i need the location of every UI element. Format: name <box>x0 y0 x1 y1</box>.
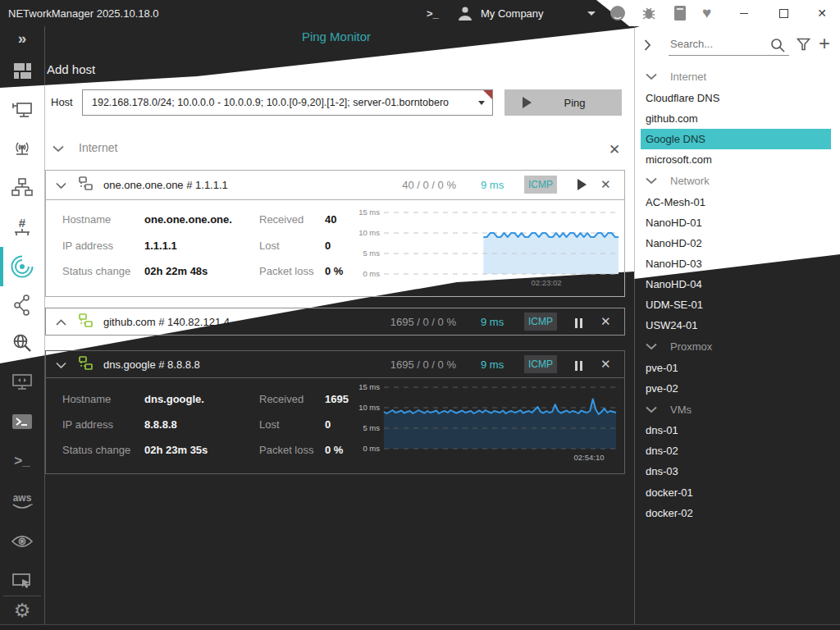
wifi-icon[interactable] <box>0 139 44 159</box>
lost-label: Lost <box>259 418 280 431</box>
network-interface-icon[interactable] <box>0 101 44 120</box>
svg-text:15 ms: 15 ms <box>358 382 380 391</box>
host-status-icon <box>77 313 94 328</box>
github-icon[interactable] <box>609 0 627 26</box>
profile-group-proxmox[interactable]: Proxmox <box>646 336 712 357</box>
host-card-header[interactable]: dns.google # 8.8.8.8 1695 / 0 / 0 % 9 ms… <box>46 351 624 378</box>
pause-ping-button[interactable] <box>575 359 585 374</box>
filter-icon[interactable] <box>797 38 810 52</box>
terminal-prompt-icon[interactable]: >_ <box>0 453 44 469</box>
sidebar-settings-divider <box>3 596 41 596</box>
profile-item[interactable]: NanoHD-04 <box>646 274 834 294</box>
group-close-button[interactable]: ✕ <box>609 141 620 158</box>
svg-text:0 ms: 0 ms <box>363 444 380 453</box>
settings-icon[interactable]: ⚙ <box>0 600 44 622</box>
dns-lookup-icon[interactable] <box>0 333 44 354</box>
page-title: Ping Monitor <box>45 30 628 43</box>
profile-item-selected[interactable]: Google DNS <box>646 129 834 149</box>
search-input[interactable] <box>669 37 780 51</box>
bug-report-icon[interactable] <box>640 0 658 26</box>
combobox-caret-icon[interactable] <box>478 101 485 105</box>
profile-item[interactable]: docker-02 <box>646 503 834 523</box>
maximize-button[interactable] <box>771 0 796 26</box>
hostname-value: one.one.one.one. <box>144 213 232 226</box>
profile-item[interactable]: AC-Mesh-01 <box>646 192 834 212</box>
profile-item[interactable]: dns-02 <box>646 441 834 461</box>
profile-group-network[interactable]: Network <box>646 171 710 191</box>
powershell-icon[interactable] <box>0 413 44 431</box>
received-label: Received <box>259 393 304 405</box>
host-latency: 9 ms <box>481 316 504 328</box>
host-card-header[interactable]: one.one.one.one # 1.1.1.1 40 / 0 / 0 % 9… <box>46 171 624 200</box>
profile-item[interactable]: docker-01 <box>646 482 834 503</box>
svg-text:#: # <box>19 217 26 230</box>
group-label[interactable]: Internet <box>79 141 117 154</box>
profile-item[interactable]: github.com <box>646 108 834 129</box>
expand-sidebar-icon[interactable]: » <box>0 30 44 48</box>
chevron-up-icon[interactable] <box>56 319 66 326</box>
ip-scanner-icon[interactable] <box>0 178 44 198</box>
host-status-icon <box>77 356 94 371</box>
ping-monitor-icon[interactable] <box>0 255 44 278</box>
sponsor-heart-icon[interactable]: ♥ <box>702 0 711 26</box>
profile-person-icon[interactable] <box>456 0 474 26</box>
profile-item[interactable]: microsoft.com <box>646 149 834 170</box>
profile-selector[interactable]: My Company <box>481 0 544 26</box>
remote-desktop-icon[interactable] <box>0 372 44 392</box>
host-stats: 1695 / 0 / 0 % <box>378 358 456 371</box>
latency-chart-dark: 15 ms 10 ms 5 ms 0 ms 02:54:10 <box>358 381 619 464</box>
remove-host-button[interactable]: ✕ <box>600 177 611 192</box>
remove-host-button[interactable]: ✕ <box>600 314 611 329</box>
svg-text:5 ms: 5 ms <box>363 249 380 258</box>
dashboard-icon[interactable] <box>0 62 44 80</box>
group-collapse-chevron[interactable] <box>52 145 64 153</box>
profile-item[interactable]: USW24-01 <box>646 315 834 336</box>
resume-ping-button[interactable] <box>578 179 587 190</box>
pause-ping-button[interactable] <box>575 317 585 331</box>
host-name: one.one.one.one # 1.1.1.1 <box>103 179 228 191</box>
eye-icon[interactable] <box>0 533 44 550</box>
packet-loss-value: 0 % <box>325 265 343 277</box>
chevron-down-icon[interactable] <box>56 182 66 189</box>
collapse-panel-chevron-icon[interactable] <box>644 39 651 51</box>
aws-icon[interactable]: aws <box>0 491 44 512</box>
profile-item[interactable]: UDM-SE-01 <box>646 294 834 315</box>
traceroute-icon[interactable] <box>0 294 44 316</box>
profile-item[interactable]: dns-01 <box>646 420 834 441</box>
ping-button[interactable]: Ping <box>504 89 622 116</box>
add-profile-button[interactable]: + <box>819 32 830 55</box>
host-combobox[interactable] <box>82 89 493 116</box>
profile-item[interactable]: NanoHD-03 <box>646 253 834 274</box>
svg-text:15 ms: 15 ms <box>358 208 380 217</box>
svg-text:5 ms: 5 ms <box>363 423 380 432</box>
profile-item[interactable]: dns-03 <box>646 461 834 482</box>
profile-item[interactable]: NanoHD-02 <box>646 233 834 253</box>
ip-label: IP address <box>62 240 113 252</box>
protocol-badge: ICMP <box>524 176 557 194</box>
profile-item[interactable]: pve-01 <box>646 358 834 378</box>
host-card-header[interactable]: github.com # 140.82.121.4 1695 / 0 / 0 %… <box>46 308 624 336</box>
dropdown-caret-icon[interactable] <box>587 0 596 26</box>
hostname-label: Hostname <box>62 213 111 226</box>
minimize-button[interactable] <box>732 0 756 26</box>
profile-item[interactable]: Cloudflare DNS <box>646 88 834 108</box>
profile-item[interactable]: NanoHD-01 <box>646 212 834 233</box>
svg-text:0 ms: 0 ms <box>363 269 380 278</box>
hostname-value: dns.google. <box>144 393 204 405</box>
search-underline <box>669 55 789 56</box>
host-input[interactable] <box>90 96 471 109</box>
titlebar: NETworkManager 2025.10.18.0 >_ My Compan… <box>0 0 840 26</box>
documentation-icon[interactable] <box>672 0 688 26</box>
profile-item[interactable]: pve-02 <box>646 378 834 399</box>
window-bottom-edge <box>0 625 840 630</box>
host-field-label: Host <box>51 96 73 108</box>
profile-group-vms[interactable]: VMs <box>646 399 692 420</box>
chevron-down-icon[interactable] <box>56 362 66 369</box>
lost-value: 0 <box>325 418 331 431</box>
host-latency: 9 ms <box>481 179 504 191</box>
close-button[interactable]: ✕ <box>810 0 834 26</box>
profile-group-internet[interactable]: Internet <box>646 66 706 87</box>
remote-utilities-icon[interactable] <box>0 572 44 591</box>
remove-host-button[interactable]: ✕ <box>600 357 611 372</box>
port-scanner-icon[interactable]: # <box>0 217 44 238</box>
